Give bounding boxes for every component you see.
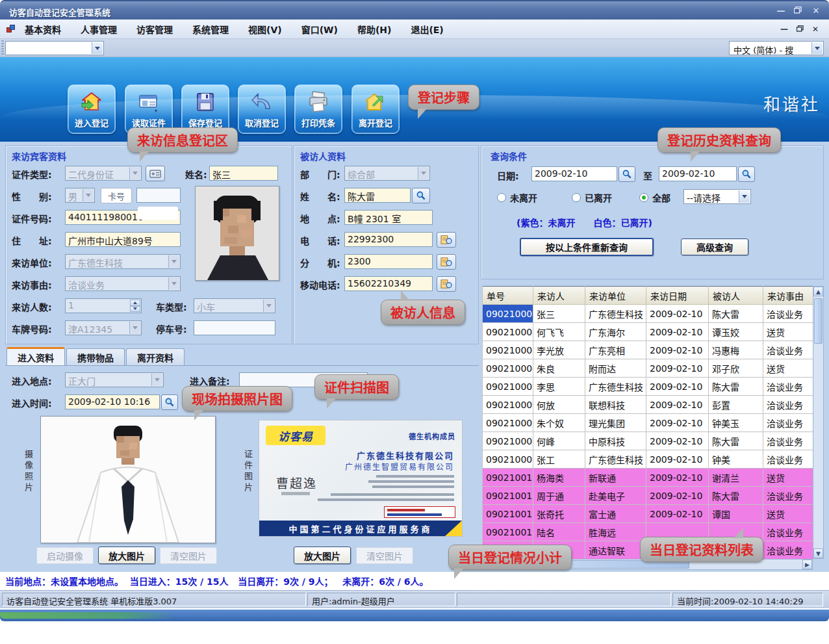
card-number-button[interactable]: 卡号 (101, 188, 132, 203)
menu-exit[interactable]: 退出(E) (411, 23, 443, 36)
table-cell[interactable]: 洽谈业务 (763, 487, 813, 505)
card-number-field[interactable] (136, 188, 181, 203)
date-to-picker-button[interactable] (738, 166, 755, 182)
entry-time-picker-button[interactable] (161, 394, 178, 410)
ext-field[interactable]: 2300 (344, 254, 433, 269)
table-cell[interactable]: 何峰 (533, 432, 585, 450)
table-cell[interactable]: 陈大雷 (709, 378, 763, 396)
table-cell[interactable]: 联想科技 (585, 396, 646, 414)
table-cell[interactable]: 富士通 (585, 505, 646, 523)
col-header[interactable]: 被访人 (709, 287, 763, 305)
table-cell[interactable]: 送货 (763, 505, 813, 523)
table-cell[interactable]: 邓子欣 (709, 359, 763, 378)
date-from-picker-button[interactable] (619, 166, 635, 182)
table-cell[interactable]: 送货 (763, 359, 813, 378)
table-cell[interactable]: 通达智联 (585, 541, 646, 560)
table-cell[interactable]: 彭置 (709, 396, 763, 414)
table-cell[interactable]: 新联通 (585, 469, 646, 487)
tab-entry-data[interactable]: 进入资料 (6, 347, 65, 365)
table-cell[interactable]: 张奇托 (533, 505, 585, 523)
table-cell[interactable]: 广东德生科技 (585, 305, 646, 323)
table-cell[interactable]: 2009-02-10 (646, 414, 709, 432)
entry-location-select[interactable]: 正大门 (65, 372, 164, 387)
stepper-arrows[interactable] (130, 300, 140, 312)
table-cell[interactable]: 陈大雷 (709, 432, 763, 450)
table-cell[interactable]: 陆名 (533, 523, 585, 541)
vscroll-thumb[interactable] (814, 298, 823, 344)
mobile-field[interactable]: 15602210349 (344, 276, 433, 291)
cancel-registration-button[interactable]: 取消登记 (238, 84, 286, 134)
clear-photo-button-right[interactable]: 清空图片 (356, 547, 413, 564)
table-cell[interactable]: 090210001 (483, 305, 533, 323)
table-cell[interactable]: 洽谈业务 (763, 396, 813, 414)
table-cell[interactable]: 送货 (763, 469, 813, 487)
radio-all[interactable]: 全部 (639, 191, 670, 204)
table-cell[interactable]: 2009-02-10 (646, 341, 709, 359)
menu-basic-data[interactable]: 基本资料 (25, 23, 61, 36)
chevron-down-icon[interactable] (92, 42, 103, 54)
table-row[interactable]: 090210011周于通赴美电子2009-02-10陈大雷洽谈业务 (483, 487, 813, 505)
table-row[interactable]: 090210003李光放广东亮相2009-02-10冯惠梅洽谈业务 (483, 341, 813, 359)
parking-field[interactable] (194, 320, 275, 335)
zoom-photo-button-right[interactable]: 放大图片 (294, 547, 351, 564)
leave-registration-button[interactable]: 离开登记 (351, 84, 400, 134)
table-cell[interactable]: 钟美玉 (709, 414, 763, 432)
table-cell[interactable]: 洽谈业务 (763, 341, 813, 359)
minimize-button[interactable]: — (773, 5, 789, 17)
col-header[interactable]: 来访人 (533, 287, 585, 305)
table-cell[interactable]: 陈大雷 (709, 487, 763, 505)
table-cell[interactable]: 洽谈业务 (763, 378, 813, 396)
table-cell[interactable]: 洽谈业务 (763, 432, 813, 450)
table-cell[interactable]: 090210009 (483, 450, 533, 469)
col-header[interactable]: 单号 (483, 287, 533, 305)
cert-type-select[interactable]: 二代身份证 (65, 166, 142, 181)
start-camera-button[interactable]: 启动摄像 (36, 547, 94, 564)
table-cell[interactable]: 090210006 (483, 396, 533, 414)
location-field[interactable]: B幢 2301 室 (344, 210, 433, 225)
interviewee-search-button[interactable] (412, 188, 430, 203)
query-filter-select[interactable]: --请选择 (683, 189, 751, 204)
visitor-name-field[interactable]: 张三 (209, 166, 278, 181)
table-cell[interactable]: 何放 (533, 396, 585, 414)
date-from-field[interactable]: 2009-02-10 (531, 166, 617, 181)
radio-left[interactable]: 已离开 (572, 191, 612, 204)
mobile-dial-button[interactable] (437, 276, 456, 292)
table-cell[interactable]: 2009-02-10 (646, 432, 709, 450)
table-cell[interactable]: 2009-02-10 (646, 396, 709, 414)
table-cell[interactable]: 090210004 (483, 359, 533, 378)
table-cell[interactable]: 090210003 (483, 341, 533, 359)
tab-leave-data[interactable]: 离开资料 (126, 348, 185, 365)
close-button[interactable]: ✕ (808, 5, 824, 17)
radio-not-left[interactable]: 未离开 (497, 191, 537, 204)
table-row[interactable]: 090210007朱个奴理光集团2009-02-10钟美玉洽谈业务 (483, 414, 813, 432)
table-cell[interactable]: 洽谈业务 (763, 523, 813, 541)
table-cell[interactable]: 谭国 (709, 505, 763, 523)
table-row[interactable]: 090210006何放联想科技2009-02-10彭置洽谈业务 (483, 396, 813, 414)
reason-select[interactable]: 洽谈业务 (65, 276, 181, 291)
table-row[interactable]: 090210008何峰中原科技2009-02-10陈大雷洽谈业务 (483, 432, 813, 450)
table-row[interactable]: 090210001张三广东德生科技2009-02-10陈大雷洽谈业务 (483, 305, 813, 323)
table-cell[interactable]: 2009-02-10 (646, 305, 709, 323)
dept-select[interactable]: 综合部 (344, 166, 430, 181)
table-cell[interactable]: 2009-02-10 (646, 450, 709, 469)
table-cell[interactable]: 附而达 (585, 359, 646, 378)
table-cell[interactable]: 朱个奴 (533, 414, 585, 432)
table-cell[interactable]: 洽谈业务 (763, 414, 813, 432)
zoom-photo-button-left[interactable]: 放大图片 (98, 547, 155, 564)
interviewee-name-field[interactable]: 陈大雷 (344, 188, 411, 203)
child-restore-button[interactable] (793, 24, 807, 35)
menu-help[interactable]: 帮助(H) (357, 23, 392, 36)
table-cell[interactable]: 090210008 (483, 432, 533, 450)
menu-visitor[interactable]: 访客管理 (136, 23, 173, 36)
date-to-field[interactable]: 2009-02-10 (659, 166, 737, 181)
table-cell[interactable]: 陈大雷 (709, 305, 763, 323)
advanced-query-button[interactable]: 高级查询 (681, 238, 748, 255)
table-cell[interactable]: 090210013 (483, 523, 533, 541)
col-header[interactable]: 来访单位 (585, 287, 646, 305)
table-vscrollbar[interactable]: ▲ ▼ (813, 286, 824, 559)
vehicle-type-select[interactable]: 小车 (194, 298, 275, 313)
table-row[interactable]: 090210010杨海类新联通2009-02-10谢清兰送货 (483, 469, 813, 487)
table-row[interactable]: 090210005李思广东德生科技2009-02-10陈大雷洽谈业务 (483, 378, 813, 396)
table-cell[interactable]: 090210011 (483, 487, 533, 505)
restore-button[interactable] (790, 5, 806, 17)
